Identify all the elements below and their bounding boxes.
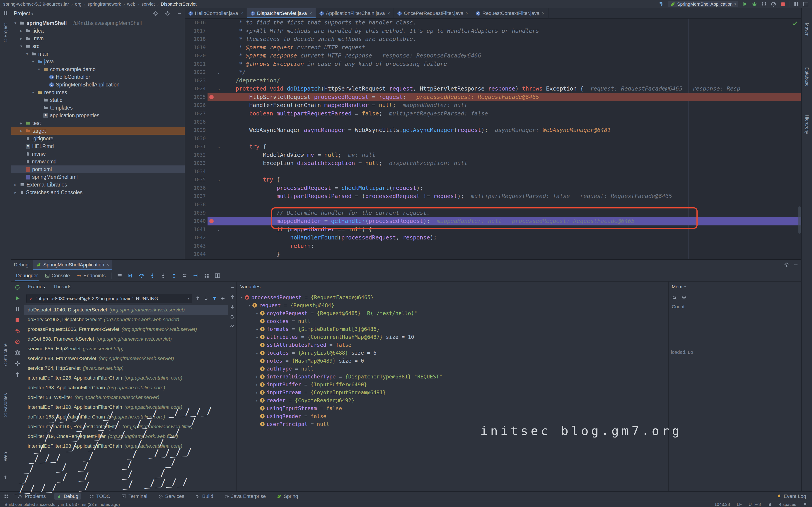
show-execution-point-icon[interactable] xyxy=(128,273,134,279)
code-line[interactable]: 1024⌄protected void doDispatch(HttpServl… xyxy=(185,84,801,93)
close-icon[interactable]: × xyxy=(388,11,390,16)
close-icon[interactable]: × xyxy=(542,11,545,16)
toolwindow-button-problems[interactable]: Problems xyxy=(15,493,48,500)
code-line[interactable]: 1025 HttpServletRequest processedRequest… xyxy=(185,93,801,101)
project-tree-row[interactable]: MHELP.md xyxy=(11,143,185,150)
arrow-up-icon[interactable] xyxy=(230,294,235,300)
variable-row[interactable]: fusingInputStream = false xyxy=(237,404,668,412)
pause-icon[interactable] xyxy=(14,306,20,313)
breakpoint-icon[interactable] xyxy=(209,95,214,99)
frame-row[interactable]: doFilter:163, ApplicationFilterChain(org… xyxy=(24,383,228,393)
code-line[interactable]: 1023/deprecation/ xyxy=(185,76,801,85)
debug-session-tab[interactable]: SpringMemShellApplication× xyxy=(33,260,112,270)
code-line[interactable]: 1043 return; xyxy=(185,242,801,250)
code-line[interactable]: 1042 noHandlerFound(processedRequest, re… xyxy=(185,234,801,242)
project-tree-row[interactable]: ▸External Libraries xyxy=(11,181,185,188)
file-encoding[interactable]: UTF-8 xyxy=(749,502,761,507)
frame-row[interactable]: doFilter:119, OncePerRequestFilter(org.s… xyxy=(24,432,228,441)
stripe-project-button[interactable]: 1: Project xyxy=(3,23,8,42)
fold-icon[interactable]: ⌄ xyxy=(217,144,220,150)
stop-icon[interactable] xyxy=(780,1,786,7)
frame-row[interactable]: doDispatch:1040, DispatcherServlet(org.s… xyxy=(24,305,228,315)
frames-tab[interactable]: Threads xyxy=(53,284,71,290)
frame-row[interactable]: processRequest:1006, FrameworkServlet(or… xyxy=(24,325,228,334)
variable-row[interactable]: fcookies = null xyxy=(237,317,668,325)
code-line[interactable]: 1030 xyxy=(185,134,801,143)
editor-tab[interactable]: CApplicationFilterChain.java× xyxy=(316,8,394,18)
split-layout-icon[interactable] xyxy=(214,273,220,279)
variable-row[interactable]: ▾frequest = {Request@6484} xyxy=(237,301,668,309)
code-line[interactable]: 1018 * themselves to decide which method… xyxy=(185,35,801,44)
toolwindow-button-debug[interactable]: Debug xyxy=(54,493,81,500)
lock-icon[interactable] xyxy=(768,502,772,507)
project-tree-row[interactable]: CSpringMemShellApplication xyxy=(11,81,185,89)
variable-row[interactable]: fsslAttributesParsed = false xyxy=(237,341,668,349)
code-line[interactable]: 1029 WebAsyncManager asyncManager = WebA… xyxy=(185,126,801,134)
fold-icon[interactable]: ⌄ xyxy=(217,177,220,182)
evaluate-icon[interactable] xyxy=(204,273,210,279)
code-line[interactable]: 1020 * @param response current HTTP resp… xyxy=(185,52,801,60)
variable-row[interactable]: ▸fattributes = {ConcurrentHashMap@6487} … xyxy=(237,333,668,341)
profiler-icon[interactable] xyxy=(770,1,776,7)
project-tree-row[interactable]: ▸test xyxy=(11,119,185,127)
project-tree-row[interactable]: .gitignore xyxy=(11,135,185,143)
step-out-icon[interactable] xyxy=(171,273,177,279)
variable-row[interactable]: ▾pprocessedRequest = {RequestFacade@6465… xyxy=(237,293,668,301)
arrow-down-icon[interactable] xyxy=(203,296,209,301)
code-line[interactable]: 1031⌄ try { xyxy=(185,143,801,151)
toolwindow-button-services[interactable]: Services xyxy=(156,493,187,500)
frame-row[interactable]: doService:963, DispatcherServlet(org.spr… xyxy=(24,315,228,325)
settings-icon[interactable] xyxy=(14,360,20,367)
bell-icon[interactable] xyxy=(803,502,807,507)
code-line[interactable]: 1038 xyxy=(185,201,801,209)
chevron-right-icon[interactable]: ▸ xyxy=(13,190,18,195)
toolwindow-button-terminal[interactable]: Terminal xyxy=(119,493,150,500)
close-icon[interactable]: × xyxy=(466,11,468,16)
fold-icon[interactable]: ⌄ xyxy=(217,227,220,232)
frame-row[interactable]: internalDoFilter:190, ApplicationFilterC… xyxy=(24,402,228,412)
code-line[interactable]: 1040 mappedHandler = getHandler(processe… xyxy=(185,217,801,225)
hamburger-icon[interactable] xyxy=(117,273,122,279)
add-icon[interactable] xyxy=(220,296,226,301)
pin-icon[interactable] xyxy=(3,474,8,480)
project-tree-row[interactable]: ▾java xyxy=(11,58,185,65)
chevron-down-icon[interactable]: ▾ xyxy=(31,59,36,64)
toolwindow-button-build[interactable]: Build xyxy=(193,493,215,500)
debug-view-tab[interactable]: Console xyxy=(44,270,71,281)
step-into-icon[interactable] xyxy=(149,273,155,279)
code-line[interactable]: 1026 HandlerExecutionChain mappedHandler… xyxy=(185,101,801,110)
chevron-right-icon[interactable]: ▸ xyxy=(254,309,260,317)
code-line[interactable]: 1037 multipartRequestParsed = (processed… xyxy=(185,192,801,201)
run-configuration-select[interactable]: SpringMemShellApplication▾ xyxy=(668,1,739,7)
project-tree-row[interactable]: mvnw xyxy=(11,150,185,158)
build-hammer-icon[interactable] xyxy=(659,1,664,7)
project-tree-row[interactable]: ▾src xyxy=(11,42,185,50)
editor-tab[interactable]: CDispatcherServlet.java× xyxy=(247,8,316,18)
toolwindow-button-event-log[interactable]: Event Log xyxy=(774,493,808,500)
chevron-down-icon[interactable]: ▾ xyxy=(37,67,42,72)
chevron-right-icon[interactable]: ▸ xyxy=(19,36,24,41)
frame-row[interactable]: doFilter:163, ApplicationFilterChain(org… xyxy=(24,412,228,422)
frame-row[interactable]: doFilterInternal:100, RequestContextFilt… xyxy=(24,422,228,432)
split-layout-icon[interactable] xyxy=(803,1,809,7)
rerun-icon[interactable] xyxy=(14,284,20,291)
copy-icon[interactable] xyxy=(230,314,235,319)
project-tree-row[interactable]: templates xyxy=(11,104,185,112)
code-line[interactable]: 1032 ModelAndView mv = null; mv: null xyxy=(185,151,801,159)
stop-icon[interactable] xyxy=(14,317,20,323)
project-tree-row[interactable]: ▸target xyxy=(11,127,185,135)
breadcrumb-item[interactable]: servlet xyxy=(141,2,155,7)
frame-row[interactable]: internalDoFilter:193, ApplicationFilterC… xyxy=(24,441,228,451)
stripe-maven-button[interactable]: Maven xyxy=(804,23,810,37)
toolwindow-button-java-enterprise[interactable]: Java Enterprise xyxy=(222,493,268,500)
code-line[interactable]: 1036 processedRequest = checkMultipart(r… xyxy=(185,184,801,192)
variable-row[interactable]: ▸finputBuffer = {InputBuffer@6490} xyxy=(237,381,668,389)
infinity-icon[interactable] xyxy=(230,324,235,329)
stripe-database-button[interactable]: Database xyxy=(804,67,810,87)
variable-row[interactable]: ▸finternalDispatcherType = {DispatcherTy… xyxy=(237,373,668,381)
variable-row[interactable]: ▸freader = {CoyoteReader@6492} xyxy=(237,397,668,404)
chevron-right-icon[interactable]: ▸ xyxy=(13,182,18,187)
settings-icon[interactable] xyxy=(681,295,687,300)
project-tree-row[interactable]: mvnw.cmd xyxy=(11,158,185,165)
project-tree-row[interactable]: ▸.mvn xyxy=(11,35,185,42)
